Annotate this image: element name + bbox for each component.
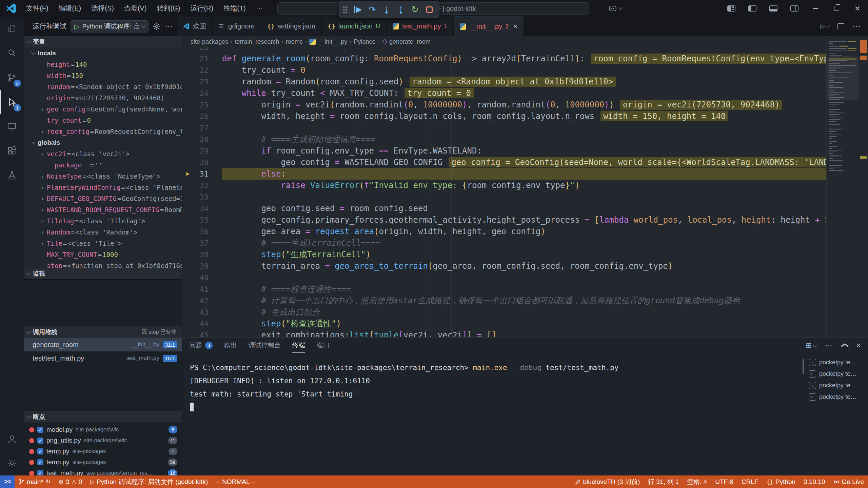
chevron-right-icon[interactable]: › [38,128,47,135]
breakpoints-section-header[interactable]: 断点 [24,411,182,423]
menu-item[interactable]: 选择(S) [86,0,119,17]
code-line-27[interactable]: 27 [182,122,826,134]
variable-row[interactable]: ›PlanetaryWindConfig = <class 'Planeta… [24,182,182,193]
chevron-right-icon[interactable]: › [38,217,47,225]
panel-more-actions-icon[interactable]: ⋯ [825,341,832,349]
variables-scope-locals[interactable]: locals [24,47,182,59]
variable-row[interactable]: MAX_TRY_COUNT = 1000 [24,249,182,260]
variable-row[interactable]: ›WASTELAND_ROOM_REQUEST_CONFIG = RoomR… [24,204,182,215]
breakpoint-checkbox[interactable]: ✓ [37,427,43,433]
code-line-42[interactable]: 42 # 计算每一个出口的中心，然后使用astar生成路径，确保每一个出口组合都… [182,295,826,306]
variable-row[interactable]: height = 140 [24,59,182,70]
activity-item-testing[interactable] [0,163,24,187]
chevron-right-icon[interactable]: › [38,172,47,180]
code-line-36[interactable]: 36 geo_area = request_area(origin, width… [182,226,826,237]
breadcrumb-item[interactable]: generate_room [382,38,431,45]
code-line-37[interactable]: 37 # ====生成TerrainCell==== [182,237,826,249]
chevron-right-icon[interactable]: › [38,206,47,214]
more-actions-icon[interactable]: ⋯ [165,22,172,31]
statusbar-go-live[interactable]: Go Live [829,475,868,488]
code-line-38[interactable]: 38 step("生成TerrainCell") [182,249,826,260]
breadcrumb-item[interactable]: __init__.py [309,38,347,45]
run-python-file-button[interactable]: ▷ [821,23,829,29]
stack-frame[interactable]: generate_room__init__.py31:1 [24,338,182,351]
terminal-scrollbar[interactable] [803,359,804,374]
tab-__init__.py[interactable]: __init__.py2× [454,17,524,36]
code-line-30[interactable]: 30 geo_config = WASTELAND_GEO_CONFIGgeo_… [182,157,826,168]
activity-item-settings[interactable] [0,451,24,475]
step-over-button[interactable]: ↷ [366,3,379,16]
variable-row[interactable]: width = 150 [24,70,182,81]
variable-row[interactable]: stop = <function stop at 0x1bf8ed716d… [24,260,182,268]
statusbar-python-version[interactable]: 3.10.10 [800,475,829,488]
panel-tab-调试控制台[interactable]: 调试控制台 [249,338,281,353]
close-button[interactable]: × [847,0,868,17]
menu-item[interactable]: 查看(V) [119,0,152,17]
toggle-primary-sidebar-icon[interactable] [748,5,756,12]
start-debug-icon[interactable]: ▷ [74,22,79,30]
stack-frame[interactable]: test/test_math.pytest_math.py16:1 [24,351,182,365]
code-editor[interactable]: 2021def generate_room(room_config: RoomR… [182,36,868,337]
terminal-session-item[interactable]: >_pocketpy te… [806,357,866,368]
activity-item-run-and-debug[interactable]: 1 [0,90,24,114]
variable-row[interactable]: __package__ = '' [24,159,182,170]
breakpoint-row[interactable]: ✓temp.pysite-packages1 [24,446,182,457]
copilot-icon[interactable] [609,5,622,12]
customize-layout-icon[interactable] [727,5,735,12]
panel-tab-问题[interactable]: 问题3 [189,338,213,353]
chevron-right-icon[interactable]: › [38,105,47,113]
overview-ruler-scrollbar[interactable] [859,36,868,337]
breadcrumb-item[interactable]: terrain_research [235,38,279,45]
code-line-41[interactable]: 41 # ====检查连通性==== [182,283,826,295]
activity-item-source-control[interactable]: 3 [0,65,24,90]
variable-row[interactable]: ›geo_config = GeoConfig(seed=None, wor… [24,103,182,115]
variables-scope-globals[interactable]: globals [24,137,182,148]
statusbar-commit-info[interactable]: blueloveTH (3 周前) [571,475,644,488]
toggle-secondary-sidebar-icon[interactable] [790,5,798,12]
statusbar-remote-indicator[interactable]: >< [0,475,15,488]
menu-item[interactable]: 编辑(E) [54,0,86,17]
variable-row[interactable]: try_count = 0 [24,115,182,126]
menu-item[interactable]: 终端(T) [218,0,251,17]
breakpoint-checkbox[interactable]: ✓ [37,470,43,475]
code-line-45[interactable]: 45 exit_combinations:list[tuple[vec2i, v… [182,329,826,337]
menu-item[interactable]: 转到(G) [152,0,185,17]
terminal-session-item[interactable]: >_pocketpy te… [806,380,866,391]
minimap-slider[interactable] [827,57,859,100]
tab-settings.json[interactable]: {}settings.json [261,17,322,36]
code-line-24[interactable]: 24 while try_count < MAX_TRY_COUNT:try_c… [182,87,826,99]
breadcrumb-item[interactable]: rooms [286,38,303,45]
code-line-21[interactable]: 21def generate_room(room_config: RoomReq… [182,53,826,64]
code-line-23[interactable]: 23 random = Random(room_config.seed)rand… [182,76,826,87]
breakpoint-row[interactable]: ✓png_utils.pysite-packages\wfc11 [24,435,182,446]
step-into-button[interactable]: ↓● [380,3,393,16]
tab-launch.json[interactable]: {}launch.jsonU [322,17,387,36]
restore-button[interactable] [826,0,847,17]
panel-tab-输出[interactable]: 输出 [224,338,237,353]
close-tab-icon[interactable]: × [513,22,517,31]
statusbar-vim-mode[interactable]: -- NORMAL -- [212,475,259,488]
code-line-26[interactable]: 26 width, height = room_config.layout.n_… [182,110,826,122]
activity-item-explorer[interactable] [0,17,24,41]
code-line-31[interactable]: 31➤ else: [182,168,826,180]
chevron-right-icon[interactable]: › [38,228,47,236]
debug-config-dropdown[interactable]: ▷ Python 调试程序: 启 [71,20,149,33]
variable-row[interactable]: ›Random = <class 'Random'> [24,226,182,238]
terminal-views-icon[interactable]: ⊞ [806,341,817,349]
tab-test_math.py[interactable]: test_math.py1 [387,17,454,36]
restart-button[interactable]: ↻ [409,3,421,16]
terminal-session-item[interactable]: >_pocketpy te… [806,368,866,380]
statusbar-debug-session[interactable]: ▷Python 调试程序: 启动文件 (godot-ldtk) [86,475,212,488]
panel-tab-终端[interactable]: 终端 [292,338,305,353]
code-line-29[interactable]: 29 if room_config.env_type == EnvType.WA… [182,145,826,157]
variable-row[interactable]: origin = vec2i(7205730, 9024468) [24,92,182,103]
variable-row[interactable]: ›DEFAULT_GEO_CONFIG = GeoConfig(seed=1… [24,193,182,204]
chevron-right-icon[interactable]: › [38,240,47,247]
code-line-34[interactable]: 34 geo_config.seed = room_config.seed [182,203,826,214]
variable-row[interactable]: random = <Random object at 0x1bf9d01e… [24,81,182,92]
variable-row[interactable]: ›TileTag = <class 'TileTag'> [24,215,182,226]
code-line-39[interactable]: 39 terrain_area = geo_area_to_terrain(ge… [182,260,826,272]
statusbar-encoding[interactable]: UTF-8 [711,475,737,488]
step-out-button[interactable]: ↑● [394,3,407,16]
maximize-panel-icon[interactable]: ❯ [840,342,848,348]
